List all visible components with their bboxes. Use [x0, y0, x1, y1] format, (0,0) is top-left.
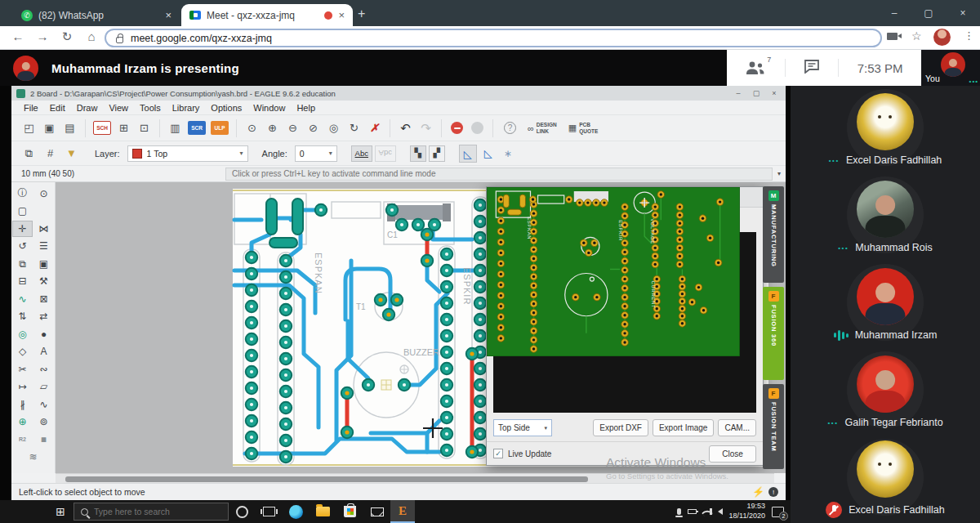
text-mirror-button[interactable]: Abc [375, 145, 396, 162]
menu-options[interactable]: Options [205, 103, 247, 113]
eagle-minimize-icon[interactable]: – [732, 89, 745, 97]
tab-fusion-team[interactable]: F FUSION TEAM [763, 384, 784, 469]
pcb-canvas[interactable]: ESPKAN ESPKIR C1 T1 BUZZER [56, 182, 786, 473]
eagle-taskbar-button[interactable]: E [390, 500, 415, 523]
back-icon[interactable]: ← [8, 29, 28, 43]
mail-button[interactable] [363, 500, 390, 523]
mirror-tool-icon[interactable]: ⋈ [33, 221, 54, 237]
search-input[interactable] [94, 507, 208, 516]
eagle-close-icon[interactable]: × [768, 89, 781, 97]
taskbar-search[interactable] [74, 503, 229, 521]
zoom-fit-icon[interactable]: ⊙ [243, 118, 261, 137]
participant-tile[interactable]: ••• Galih Tegar Febrianto [791, 348, 980, 436]
edge-button[interactable] [283, 500, 310, 523]
ratsnest-tool-icon[interactable]: ▱ [33, 378, 54, 395]
miter-icon[interactable]: ∗ [500, 148, 516, 159]
scrollbar-thumb[interactable] [65, 476, 588, 482]
move-tool-icon[interactable]: ✛ [12, 221, 33, 237]
show-tool-icon[interactable]: ⊙ [33, 186, 54, 202]
new-tab-button[interactable]: + [358, 7, 365, 21]
bend-style-alt-icon[interactable]: ◺ [479, 147, 497, 159]
participants-icon[interactable]: 7 [745, 60, 766, 76]
tray-battery-icon[interactable] [688, 509, 697, 514]
tab-close-icon[interactable]: × [338, 9, 345, 21]
copy-tool-icon[interactable]: ⧉ [12, 256, 33, 272]
pcb-quote-button[interactable]: ▦ PCB QUOTE [568, 122, 599, 134]
text-tool-icon[interactable]: A [33, 343, 54, 360]
participant-menu-icon[interactable]: ••• [838, 244, 849, 252]
participant-menu-icon[interactable]: ••• [827, 419, 838, 427]
redo-icon[interactable]: ↷ [416, 118, 435, 137]
maximize-icon[interactable]: ▢ [911, 0, 946, 26]
text-normal-button[interactable]: Abc [351, 145, 372, 162]
file-explorer-button[interactable] [310, 500, 336, 523]
tab-close-icon[interactable]: × [165, 9, 172, 21]
design-link-button[interactable]: ∞ DESIGN LINK [528, 122, 557, 134]
export-image-button[interactable]: Export Image [653, 419, 714, 436]
browser-menu-icon[interactable]: ⋮ [964, 29, 974, 42]
close-button[interactable]: Close [709, 445, 756, 463]
array-tool-icon[interactable]: ▦ [33, 431, 54, 448]
stop-command-icon[interactable]: ✗ [365, 118, 384, 137]
address-bar[interactable]: meet.google.com/qxz-xxza-jmq [105, 29, 882, 47]
more-tools-icon[interactable]: ≋ [23, 449, 43, 465]
cam-button[interactable]: CAM... [718, 419, 756, 436]
save-icon[interactable]: ▣ [40, 118, 59, 137]
home-icon[interactable]: ⌂ [82, 29, 101, 43]
route-tool-icon[interactable]: ∿ [12, 291, 33, 307]
miter-tool-icon[interactable]: ⇄ [33, 308, 54, 324]
ulp-button[interactable]: ULP [211, 121, 229, 135]
board-icon[interactable]: ⊡ [135, 118, 154, 137]
zoom-out-icon[interactable]: ⊖ [283, 118, 302, 137]
reload-icon[interactable]: ↻ [57, 29, 77, 44]
participant-tile[interactable]: ••• Excel Daris Fadhillah [791, 86, 980, 173]
participant-tile[interactable]: ••• Muhammad Rois [791, 173, 980, 261]
zoom-redraw-icon[interactable]: ⊘ [304, 118, 323, 137]
self-view-tile[interactable]: You ••• [921, 50, 980, 86]
delete-tool-icon[interactable]: ⊟ [12, 273, 33, 289]
menu-help[interactable]: Help [291, 103, 321, 113]
schematic-button[interactable]: SCH [93, 121, 111, 135]
drill-tool-icon[interactable]: ⊕ [12, 413, 33, 430]
browser-profile-avatar[interactable] [933, 29, 951, 46]
layer-select[interactable]: 1 Top ▾ [127, 145, 248, 162]
bend-style-icon[interactable]: ◺ [459, 145, 477, 163]
paste-tool-icon[interactable]: ▣ [33, 256, 54, 272]
menu-draw[interactable]: Draw [71, 103, 104, 113]
slice-tool-icon[interactable]: ✂ [12, 361, 33, 378]
tab-fusion-360[interactable]: F FUSION 360 [763, 287, 784, 380]
self-menu-icon[interactable]: ••• [969, 78, 978, 85]
open-board-icon[interactable]: ⊞ [114, 118, 133, 137]
eagle-maximize-icon[interactable]: ▢ [750, 89, 763, 97]
cortana-button[interactable] [229, 500, 256, 523]
participant-tile[interactable]: Muhammad Irzam [791, 261, 980, 348]
refresh-icon[interactable]: ↻ [345, 118, 363, 137]
rotate-tool-icon[interactable]: ↺ [12, 238, 33, 254]
print-icon[interactable]: ▤ [60, 118, 79, 137]
angle-select[interactable]: 0 ▾ [295, 145, 337, 162]
undo-icon[interactable]: ↶ [396, 118, 415, 137]
tab-whatsapp[interactable]: ✆ (82) WhatsApp × [13, 4, 180, 26]
polygon-tool-icon[interactable]: ◇ [12, 343, 33, 360]
task-view-button[interactable] [256, 500, 283, 523]
hole-tool-icon[interactable]: ⊚ [33, 413, 54, 430]
menu-tools[interactable]: Tools [134, 103, 167, 113]
zoom-select-icon[interactable]: ◎ [324, 118, 343, 137]
side-select[interactable]: Top Side ▾ [493, 419, 552, 436]
errors-icon[interactable]: ! [768, 487, 778, 497]
go-icon[interactable] [471, 122, 483, 134]
notification-icon[interactable]: 2 [772, 507, 784, 517]
close-icon[interactable]: × [946, 0, 980, 26]
ripup-tool-icon[interactable]: ⊠ [33, 291, 54, 307]
grid-icon[interactable]: # [41, 144, 60, 163]
drc-lightning-icon[interactable]: ⚡ [752, 486, 764, 498]
help-icon[interactable]: ? [504, 122, 516, 134]
pad-tool-icon[interactable]: ● [33, 326, 54, 342]
horizontal-scrollbar[interactable] [56, 473, 774, 483]
tab-meet[interactable]: Meet - qxz-xxza-jmq × [181, 4, 353, 26]
info-tool-icon[interactable]: ⓘ [12, 186, 33, 202]
pattern-toggle-1[interactable]: ▚ [410, 145, 426, 162]
menu-view[interactable]: View [103, 103, 134, 113]
resistor-tool-icon[interactable]: R2 [12, 431, 33, 448]
filter-icon[interactable]: ▼ [62, 144, 81, 163]
